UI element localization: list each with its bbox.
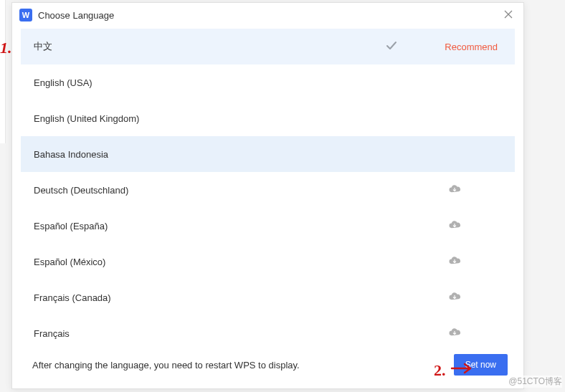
language-item[interactable]: English (USA) (21, 64, 515, 100)
choose-language-dialog: W Choose Language 中文RecommendEnglish (US… (11, 2, 524, 389)
language-name: English (USA) (34, 77, 369, 88)
language-item[interactable]: Français (21, 315, 515, 341)
language-name: Español (España) (34, 221, 369, 231)
language-list-container: 中文RecommendEnglish (USA)English (United … (21, 29, 516, 341)
download-slot (397, 256, 498, 268)
language-item[interactable]: English (United Kingdom) (21, 100, 515, 136)
language-name: 中文 (34, 40, 369, 53)
dialog-footer: After changing the language, you need to… (12, 341, 523, 388)
language-item[interactable]: Bahasa Indonesia (21, 136, 515, 172)
dialog-title: Choose Language (38, 10, 495, 21)
download-slot (397, 292, 498, 304)
language-item[interactable]: Français (Canada) (21, 279, 515, 315)
language-name: English (United Kingdom) (34, 113, 369, 124)
cloud-download-icon[interactable] (447, 220, 462, 232)
download-slot (397, 220, 498, 232)
check-icon (386, 40, 397, 54)
watermark: @51CTO博客 (508, 376, 562, 388)
language-name: Español (México) (34, 257, 369, 267)
cloud-download-icon[interactable] (447, 256, 462, 268)
language-item[interactable]: 中文Recommend (21, 29, 515, 64)
close-icon (504, 9, 513, 21)
titlebar: W Choose Language (12, 3, 523, 29)
language-name: Français (34, 328, 369, 339)
cloud-download-icon[interactable] (447, 328, 462, 340)
language-name: Deutsch (Deutschland) (34, 185, 369, 196)
left-edge-fragment (0, 0, 6, 143)
download-slot (397, 184, 498, 196)
close-button[interactable] (500, 7, 516, 23)
recommend-label: Recommend (397, 42, 498, 52)
language-name: Bahasa Indonesia (34, 149, 369, 160)
language-item[interactable]: Español (España) (21, 208, 515, 244)
footer-text: After changing the language, you need to… (32, 360, 445, 371)
language-item[interactable]: Deutsch (Deutschland) (21, 172, 515, 208)
cloud-download-icon[interactable] (447, 292, 462, 304)
wps-app-icon: W (19, 9, 32, 21)
set-now-button[interactable]: Set now (454, 354, 508, 376)
check-slot (369, 40, 397, 54)
download-slot (397, 328, 498, 340)
language-list[interactable]: 中文RecommendEnglish (USA)English (United … (21, 29, 516, 341)
language-item[interactable]: Español (México) (21, 244, 515, 279)
cloud-download-icon[interactable] (447, 184, 462, 196)
language-name: Français (Canada) (34, 292, 369, 303)
